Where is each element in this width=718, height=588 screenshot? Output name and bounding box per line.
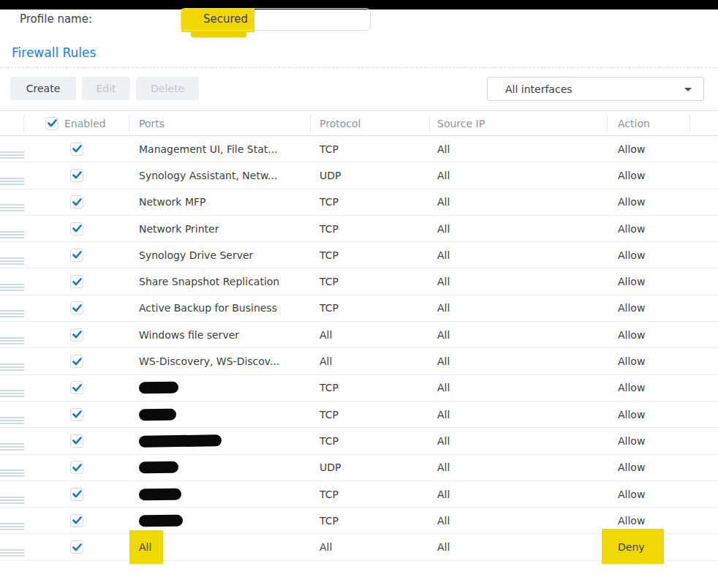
- rule-enabled-checkbox[interactable]: [70, 249, 83, 262]
- chevron-down-icon: [684, 88, 692, 91]
- drag-handle-icon[interactable]: [0, 523, 24, 530]
- drag-handle-bar: [0, 151, 24, 153]
- drag-handle-icon[interactable]: [0, 390, 24, 397]
- protocol-column-header[interactable]: Protocol: [311, 116, 430, 132]
- firewall-rule-row[interactable]: Windows file serverAllAllAllow: [0, 322, 718, 348]
- enabled-cell: [24, 540, 129, 554]
- enabled-cell: [24, 275, 129, 288]
- drag-handle-icon[interactable]: [0, 178, 24, 185]
- firewall-rule-row[interactable]: Synology Assistant, Netw...UDPAllAllow: [0, 162, 718, 189]
- drag-handle-icon[interactable]: [0, 470, 24, 477]
- delete-button[interactable]: Delete: [136, 77, 199, 100]
- action-cell: Allow: [608, 382, 690, 393]
- ports-cell: WS-Discovery, WS-Discov...: [129, 355, 311, 367]
- drag-handle-cell: [0, 298, 24, 317]
- select-all-checkbox[interactable]: [45, 117, 58, 130]
- source-ip-column-header[interactable]: Source IP: [430, 116, 608, 132]
- drag-handle-cell: [0, 485, 24, 504]
- ports-cell: [129, 435, 311, 447]
- drag-handle-bar: [0, 207, 24, 208]
- rule-enabled-checkbox[interactable]: [70, 195, 83, 208]
- source-ip-cell: All: [430, 143, 608, 155]
- rule-enabled-checkbox[interactable]: [70, 461, 83, 474]
- firewall-rule-row[interactable]: TCPAllAllow: [0, 375, 718, 402]
- drag-handle-cell: [0, 431, 24, 451]
- drag-handle-bar: [0, 552, 24, 554]
- create-button[interactable]: Create: [10, 77, 76, 100]
- action-cell: Deny: [608, 541, 690, 553]
- highlight-mark: [191, 31, 246, 37]
- drag-handle-bar: [0, 472, 24, 474]
- enabled-cell: [24, 355, 129, 368]
- firewall-rule-row[interactable]: TCPAllAllow: [0, 481, 718, 508]
- enabled-cell: [24, 169, 129, 182]
- action-value: Allow: [618, 515, 645, 527]
- checkmark-icon: [48, 119, 57, 127]
- drag-handle-bar: [0, 529, 24, 530]
- firewall-rule-row[interactable]: Share Snapshot ReplicationTCPAllAllow: [0, 268, 718, 295]
- action-cell: Allow: [608, 170, 690, 181]
- checkmark-icon: [72, 278, 82, 286]
- firewall-rule-row[interactable]: Management UI, File Stat...TCPAllAllow: [0, 136, 718, 162]
- drag-handle-icon[interactable]: [0, 417, 24, 424]
- firewall-rule-row[interactable]: AllAllAllDeny: [0, 534, 718, 560]
- drag-handle-icon[interactable]: [0, 549, 24, 557]
- drag-handle-icon[interactable]: [0, 337, 24, 344]
- drag-handle-bar: [0, 497, 24, 498]
- ports-cell: [129, 461, 311, 473]
- interface-filter-dropdown[interactable]: All interfaces: [487, 77, 704, 101]
- drag-handle-icon[interactable]: [0, 204, 24, 211]
- rule-enabled-checkbox[interactable]: [70, 381, 83, 394]
- rule-enabled-checkbox[interactable]: [70, 301, 83, 314]
- checkmark-icon: [72, 358, 82, 366]
- ports-value: Windows file server: [139, 329, 239, 341]
- firewall-rule-row[interactable]: Synology Drive ServerTCPAllAllow: [0, 242, 718, 268]
- ports-value: Network Printer: [139, 223, 219, 235]
- firewall-rule-row[interactable]: Network PrinterTCPAllAllow: [0, 216, 718, 242]
- action-cell: Allow: [608, 355, 690, 367]
- ports-value: Synology Drive Server: [139, 249, 253, 261]
- drag-handle-icon[interactable]: [0, 231, 24, 238]
- edit-button[interactable]: Edit: [82, 77, 130, 100]
- rule-enabled-checkbox[interactable]: [70, 275, 83, 288]
- ports-column-header[interactable]: Ports: [129, 116, 311, 132]
- rule-enabled-checkbox[interactable]: [70, 488, 83, 501]
- ports-cell: [129, 382, 311, 393]
- drag-handle-bar: [0, 337, 24, 339]
- drag-handle-icon[interactable]: [0, 497, 24, 504]
- rule-enabled-checkbox[interactable]: [70, 169, 83, 182]
- rule-enabled-checkbox[interactable]: [70, 540, 83, 554]
- rule-enabled-checkbox[interactable]: [70, 514, 83, 527]
- firewall-rule-row[interactable]: UDPAllAllow: [0, 455, 718, 481]
- action-column-header[interactable]: Action: [608, 116, 690, 132]
- protocol-cell: All: [311, 541, 430, 553]
- enabled-column-header[interactable]: Enabled: [24, 116, 129, 132]
- drag-handle-bar: [0, 500, 24, 501]
- drag-handle-icon[interactable]: [0, 443, 24, 451]
- rule-enabled-checkbox[interactable]: [70, 408, 83, 421]
- action-cell: Allow: [608, 489, 690, 500]
- firewall-rule-row[interactable]: Active Backup for BusinessTCPAllAllow: [0, 295, 718, 322]
- drag-handle-bar: [0, 417, 24, 418]
- firewall-rule-row[interactable]: TCPAllAllow: [0, 402, 718, 428]
- rule-enabled-checkbox[interactable]: [70, 328, 83, 342]
- rule-enabled-checkbox[interactable]: [70, 355, 83, 368]
- drag-handle-icon[interactable]: [0, 363, 24, 371]
- drag-handle-icon[interactable]: [0, 151, 24, 159]
- firewall-rule-row[interactable]: Network MFPTCPAllAllow: [0, 189, 718, 216]
- drag-handle-icon[interactable]: [0, 284, 24, 291]
- rule-enabled-checkbox[interactable]: [70, 143, 83, 156]
- protocol-cell: TCP: [311, 143, 430, 155]
- rule-enabled-checkbox[interactable]: [70, 222, 83, 235]
- drag-handle-column-header: [0, 116, 24, 132]
- action-cell: Allow: [608, 409, 690, 421]
- drag-handle-icon[interactable]: [0, 310, 24, 317]
- drag-handle-icon[interactable]: [0, 257, 24, 265]
- rule-enabled-checkbox[interactable]: [70, 434, 83, 448]
- firewall-rules-table: Enabled Ports Protocol Source IP Action …: [0, 110, 718, 561]
- enabled-cell: [24, 328, 129, 342]
- firewall-rule-row[interactable]: TCPAllAllow: [0, 428, 718, 454]
- firewall-rule-row[interactable]: WS-Discovery, WS-Discov...AllAllAllow: [0, 348, 718, 374]
- action-value: Allow: [618, 223, 645, 235]
- checkmark-icon: [72, 384, 82, 392]
